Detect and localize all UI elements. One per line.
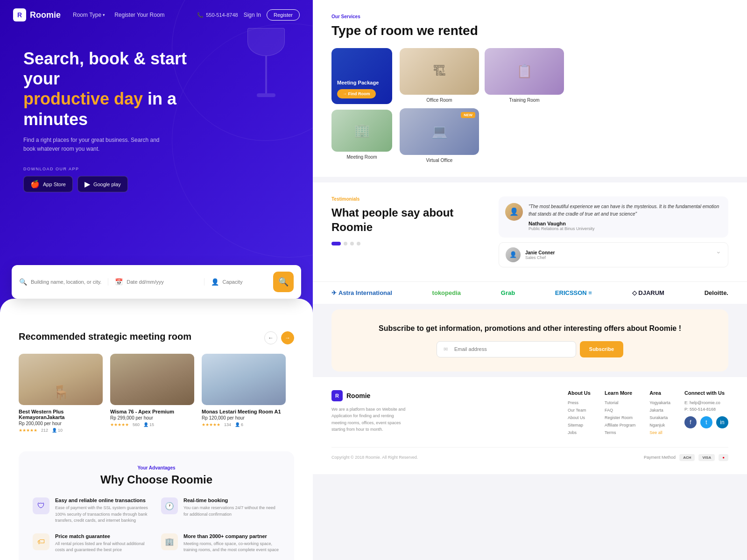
social-links: f t in (684, 416, 728, 428)
rating-1: ★★★★★ (19, 428, 37, 433)
email-input[interactable] (454, 346, 569, 352)
room-image-2 (110, 354, 194, 405)
google-play-icon: ▶ (85, 180, 90, 189)
area-see-all[interactable]: See all (649, 430, 670, 435)
new-badge: NEW (461, 112, 475, 118)
office-icon: 🏗 (433, 63, 446, 79)
rating-3: ★★★★★ (202, 422, 220, 427)
phone-icon: 📞 (197, 12, 204, 18)
nav-room-type[interactable]: Room Type ▾ (69, 10, 109, 20)
footer-logo: R Roomie (331, 390, 554, 401)
room-meta-3: ★★★★★ 134 👤 6 (202, 422, 286, 427)
training-room-card-wrap: 📋 Training Room (485, 48, 564, 103)
linkedin-button[interactable]: in (716, 416, 728, 428)
subscribe-form: ✉ Subscribe (437, 341, 623, 357)
our-services-label: Our Services (331, 14, 728, 19)
learn-tutorial[interactable]: Tutorial (605, 400, 635, 405)
capacity-input[interactable] (223, 279, 268, 285)
astra-icon: ✈ (331, 289, 337, 296)
logo-grab: Grab (501, 289, 515, 296)
prev-arrow[interactable]: ← (264, 331, 277, 344)
learn-faq[interactable]: FAQ (605, 408, 635, 413)
why-grid: 🛡 Easy and reliable online transactions … (33, 497, 280, 553)
twitter-button[interactable]: t (700, 416, 712, 428)
nav-arrows: ← → (264, 331, 294, 344)
about-team[interactable]: Our Team (568, 408, 591, 413)
area-yogya[interactable]: Yogyakarta (649, 400, 670, 405)
next-arrow[interactable]: → (281, 331, 294, 344)
room-image-3 (202, 354, 286, 405)
search-icon: 🔍 (19, 278, 27, 286)
room-price-1: Rp 200,000 per hour (19, 421, 103, 426)
testimonials-label: Testimonials (331, 196, 485, 202)
payment-methods: Payment Method ACH VISA ● (644, 454, 728, 461)
google-play-button[interactable]: ▶ Google play (78, 176, 128, 192)
about-us[interactable]: About Us (568, 415, 591, 420)
avatar-1: 👤 (505, 203, 523, 221)
meeting-room-icon: 🏢 (354, 123, 370, 138)
room-types-section: Our Services Type of room we rented Meet… (313, 0, 747, 177)
footer-area: Area Yogyakarta Jakarta Surakarta Nganju… (649, 390, 670, 438)
dot-1[interactable] (331, 242, 341, 245)
footer-connect: Connect with Us E: help@roomie.co P: 550… (684, 390, 728, 438)
virtual-office-label: Virtual Office (400, 158, 479, 163)
reviews-1: 212 (41, 428, 48, 433)
sign-in-link[interactable]: Sign In (244, 12, 261, 18)
about-title: About Us (568, 390, 591, 396)
why-text-4: More than 2000+ company partner Meeting … (183, 533, 280, 553)
recommended-title: Recommended strategic meeting room (19, 331, 191, 342)
capacity-field: 👤 (204, 278, 268, 286)
why-text-3: Price match guarantee All rental prices … (55, 533, 152, 553)
room-meta-1: ★★★★★ 212 👤 10 (19, 428, 103, 433)
footer: R Roomie We are a platform base on Websi… (313, 377, 747, 474)
testi-name-1: Nathan Vaughn (529, 221, 722, 226)
why-section: Your Advantages Why Choose Roomie 🛡 Easy… (19, 451, 294, 560)
about-press[interactable]: Press (568, 400, 591, 405)
dot-3[interactable] (350, 242, 354, 245)
about-jobs[interactable]: Jobs (568, 430, 591, 435)
room-card-2: Wisma 76 - Apex Premium Rp 299,000 per h… (110, 354, 194, 433)
why-item-1: 🛡 Easy and reliable online transactions … (33, 497, 152, 524)
meeting-room-label: Meeting Room (331, 154, 392, 160)
capacity-1: 👤 10 (52, 428, 63, 433)
nav-register-room[interactable]: Register Your Room (111, 10, 168, 20)
app-store-button[interactable]: 🍎 App Store (23, 176, 73, 192)
meeting-package-card[interactable]: Meeting Package → Find Room (331, 48, 392, 104)
location-input[interactable] (31, 279, 101, 285)
room-cards: Best Western Plus KemayoranJakarta Rp 20… (19, 354, 294, 433)
expand-icon[interactable]: ⌄ (716, 247, 721, 262)
payment-ach: ACH (679, 454, 695, 461)
left-panel: R Roomie Room Type ▾ Register Your Room … (0, 0, 313, 560)
learn-affiliate[interactable]: Affiliate Program (605, 423, 635, 427)
about-sitemap[interactable]: Sitemap (568, 423, 591, 427)
area-nganjuk[interactable]: Nganjuk (649, 423, 670, 427)
logo-tokopedia: tokopedia (432, 289, 461, 296)
learn-list: Tutorial FAQ Register Room Affiliate Pro… (605, 400, 635, 435)
email-icon: ✉ (444, 346, 448, 352)
area-jakarta[interactable]: Jakarta (649, 408, 670, 413)
dot-2[interactable] (344, 242, 347, 245)
nav-logo[interactable]: R Roomie (13, 8, 61, 21)
area-surakarta[interactable]: Surakarta (649, 415, 670, 420)
search-button[interactable]: 🔍 (273, 272, 294, 292)
room-meta-2: ★★★★★ 560 👤 15 (110, 422, 194, 427)
location-field: 🔍 (19, 278, 108, 286)
download-label: DOWNLOAD OUR APP (23, 167, 289, 171)
facebook-button[interactable]: f (684, 416, 697, 428)
find-room-button[interactable]: → Find Room (337, 89, 376, 98)
nav-phone: 📞 550-514-8748 (197, 12, 238, 18)
testi-content-2: Janie Conner Sales Chef (525, 247, 555, 262)
learn-register[interactable]: Register Room (605, 415, 635, 420)
date-input[interactable] (127, 279, 197, 285)
building-icon: 🏢 (161, 533, 178, 550)
hero-section: Search, book & start your productive day… (0, 30, 313, 192)
register-button[interactable]: Register (267, 9, 300, 21)
learn-terms[interactable]: Terms (605, 430, 635, 435)
payment-label: Payment Method (644, 455, 676, 460)
reviews-3: 134 (224, 422, 231, 427)
room-type-layout: Meeting Package → Find Room 🏢 Meeting Ro… (331, 48, 728, 163)
cards-header: Recommended strategic meeting room ← → (19, 331, 294, 344)
subscribe-button[interactable]: Subscribe (580, 341, 623, 357)
tag-icon: 🏷 (33, 533, 49, 550)
dot-4[interactable] (357, 242, 360, 245)
